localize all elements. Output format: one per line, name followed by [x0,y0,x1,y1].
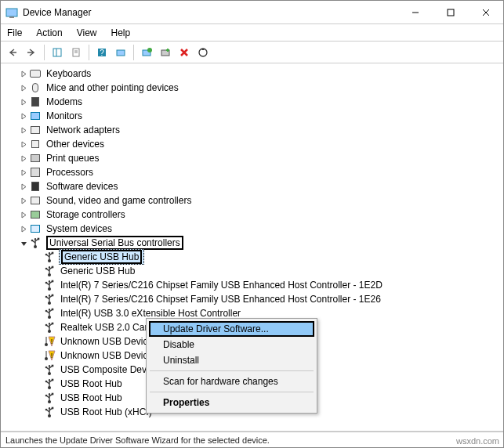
svg-point-36 [45,296,48,298]
svg-text:?: ? [100,49,104,57]
tree-node-label: System devices [45,223,114,234]
expand-icon[interactable] [18,197,29,204]
expand-icon[interactable] [18,169,29,176]
tree-node[interactable]: Print queues [4,151,503,165]
window-title: Device Manager [23,7,397,18]
svg-point-32 [45,282,48,284]
system-icon [29,222,42,235]
tree-node-label: Mice and other pointing devices [45,82,180,93]
svg-point-66 [45,409,48,411]
expand-icon[interactable] [18,113,29,120]
tree-node[interactable]: Monitors [4,109,503,123]
expand-icon[interactable] [18,211,29,219]
add-legacy-hardware-icon[interactable] [157,44,174,61]
tree-node-label: Processors [45,167,95,178]
tree-leaf-label: Unknown USB Device [59,350,154,361]
expand-icon[interactable] [18,127,29,134]
toolbar: ? [1,42,503,63]
usb-icon [43,363,56,376]
monitor-icon [29,110,42,122]
ctx-uninstall[interactable]: Uninstall [149,352,314,368]
tree-node[interactable]: Mice and other pointing devices [4,81,503,95]
close-button[interactable] [468,1,503,23]
tree-leaf-label: Generic USB Hub [59,249,144,265]
ctx-update-driver[interactable]: Update Driver Software... [149,321,314,337]
svg-rect-55 [52,365,54,367]
separator [44,45,45,60]
tree-node-label: Network adapters [45,125,121,135]
tree-node[interactable]: Processors [4,165,503,179]
expand-icon[interactable] [18,70,29,78]
menu-file[interactable]: File [5,26,24,40]
tree-leaf[interactable]: Intel(R) 7 Series/C216 Chipset Family US… [4,292,503,306]
watermark: wsxdn.com [456,436,499,446]
expand-icon[interactable] [18,183,29,190]
svg-point-44 [45,324,48,327]
ctx-properties[interactable]: Properties [149,395,314,410]
usb-icon [43,293,56,305]
show-hide-console-tree-icon[interactable] [49,44,66,61]
warning-icon: ! [43,349,56,362]
tree-node[interactable]: Universal Serial Bus controllers [4,236,503,250]
tree-leaf[interactable]: Intel(R) 7 Series/C216 Chipset Family US… [4,278,503,292]
tree-node-label: Modems [45,96,84,107]
forward-button[interactable] [23,44,40,61]
refresh-icon[interactable] [194,44,212,61]
minimize-button[interactable] [397,1,433,23]
tree-node[interactable]: Modems [4,95,503,109]
usb-icon [43,378,56,390]
tree-leaf[interactable]: Generic USB Hub [4,264,503,278]
tree-node[interactable]: System devices [4,222,503,236]
tree-node[interactable]: Sound, video and game controllers [4,193,503,208]
ctx-separator [150,370,314,371]
svg-rect-6 [53,49,61,56]
svg-point-15 [147,48,152,52]
uninstall-icon[interactable] [176,44,193,61]
maximize-button[interactable] [433,1,468,23]
menu-view[interactable]: View [75,26,99,40]
expand-icon[interactable] [18,226,29,233]
tree-leaf-label: Intel(R) 7 Series/C216 Chipset Family US… [59,280,384,291]
tree-node[interactable]: Network adapters [4,123,503,137]
help-icon[interactable]: ? [93,44,111,61]
usb-icon [29,237,42,249]
tree-node[interactable]: Software devices [4,179,503,193]
tree-leaf[interactable]: Generic USB Hub [4,250,503,264]
svg-rect-21 [38,238,40,240]
tree-node-label: Sound, video and game controllers [45,195,193,206]
tree-node[interactable]: Other devices [4,137,503,151]
tree-leaf-label: USB Root Hub [59,378,124,389]
collapse-icon[interactable] [18,240,29,247]
ctx-disable[interactable]: Disable [149,337,314,352]
svg-point-62 [45,395,48,397]
menu-action[interactable]: Action [34,26,63,40]
expand-icon[interactable] [18,141,29,148]
svg-text:!: ! [51,338,53,345]
back-button[interactable] [4,44,21,61]
update-driver-icon[interactable] [138,44,155,61]
usb-icon [43,392,56,404]
tree-node[interactable]: Storage controllers [4,208,503,222]
tree-node[interactable]: Keyboards [4,67,503,81]
expand-icon[interactable] [18,99,29,106]
expand-icon[interactable] [18,155,29,162]
svg-rect-3 [448,9,454,16]
svg-point-54 [45,367,48,369]
svg-point-40 [45,310,48,313]
tree-node-label: Universal Serial Bus controllers [45,236,185,250]
expand-icon[interactable] [18,85,29,92]
svg-rect-29 [52,266,54,269]
statusbar: Launches the Update Driver Software Wiza… [1,432,503,447]
scan-hardware-icon[interactable] [112,44,129,61]
app-icon [5,6,18,19]
menu-help[interactable]: Help [110,26,132,40]
separator [133,45,134,60]
svg-text:!: ! [51,352,53,359]
usb-icon [43,321,56,334]
svg-point-58 [45,381,48,383]
tree-node-label: Other devices [45,139,106,150]
ctx-scan[interactable]: Scan for hardware changes [149,374,314,389]
properties-icon[interactable] [67,44,85,61]
svg-rect-59 [52,379,54,381]
svg-rect-0 [6,9,17,16]
